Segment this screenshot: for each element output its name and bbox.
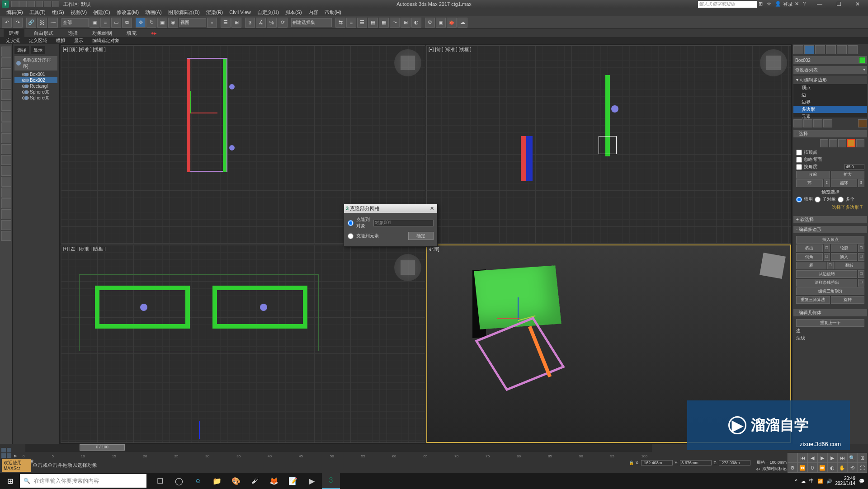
task-firefox[interactable]: 🦊 [265,473,283,489]
task-view-button[interactable]: ☐ [151,473,169,489]
se-tool-13[interactable] [1,177,11,187]
help-search-input[interactable]: 键入关键字或短语 [698,1,757,8]
task-3dsmax[interactable]: 3 [322,473,340,489]
hinge-settings[interactable]: □ [858,270,864,278]
spinner-snap-button[interactable]: ⟳ [278,18,288,28]
vp-label-top[interactable]: [+] [顶 ] [标准 ] [线框 ] [63,47,106,53]
user-icon[interactable]: 👤 [775,1,781,7]
menu-graph[interactable]: 图形编辑器(D) [165,8,203,17]
menu-animation[interactable]: 动画(A) [142,8,165,17]
se-tool-9[interactable] [1,133,11,143]
gizmo-y-axis[interactable] [190,91,191,113]
se-tool-12[interactable] [1,166,11,176]
subsel-edge[interactable] [829,139,837,147]
task-app4[interactable]: ▶ [303,473,321,489]
bridge-button[interactable]: 桥 [796,262,826,269]
se-tool-11[interactable] [1,155,11,165]
preview-multi-radio[interactable] [838,197,844,202]
viewcube-left[interactable] [394,254,421,281]
rollout-editpoly-header[interactable]: - 编辑多边形 [793,226,867,233]
schematic-button[interactable]: ⊞ [401,18,410,28]
task-app2[interactable]: 🖌 [246,473,264,489]
cmd-tab-display[interactable] [837,45,847,54]
material-editor-button[interactable]: ◐ [411,18,421,28]
qat-open-icon[interactable] [19,1,27,7]
flip-button[interactable]: 翻转 [835,262,865,269]
extrude-button[interactable]: 挤出 [796,244,823,252]
outline-button[interactable]: 轮廓 [831,244,858,252]
selection-filter[interactable]: 全部 [61,18,89,27]
shrink-button[interactable]: 收缩 [796,171,830,179]
gizmo-x-axis[interactable] [190,113,217,113]
track-bar[interactable]: ⊳ 05101520253035404550556065707580859095… [13,452,652,460]
by-vertex-checkbox[interactable] [796,150,802,155]
menu-content[interactable]: 内容 [306,8,321,17]
exchange-icon[interactable]: ✕ [795,1,801,7]
qat-new-icon[interactable] [11,1,19,7]
persp-gizmo-z[interactable] [518,297,519,320]
viewcube-persp[interactable] [760,253,786,279]
viewport-left[interactable]: [+] [左 ] [标准 ] [线框 ] [61,244,425,443]
star-icon[interactable]: ☆ [767,1,773,7]
bind-button[interactable]: 〰 [48,18,58,28]
ribbon-sub-sim[interactable]: 模拟 [53,37,68,44]
show-result-button[interactable] [803,119,812,127]
tray-notifications-icon[interactable]: 💬 [859,479,864,484]
percent-snap-button[interactable]: % [267,18,277,28]
rotate-button[interactable]: ↻ [146,18,156,28]
nav-pan[interactable]: ✋ [837,463,847,473]
coord-z-field[interactable]: -272.038m [719,460,750,465]
menu-views[interactable]: 视图(V) [68,8,90,17]
subsel-vertex[interactable] [820,139,828,147]
rollout-geom-header[interactable]: - 编辑几何体 [793,309,867,316]
bridge-settings[interactable]: □ [827,262,834,269]
configure-button[interactable] [858,119,867,127]
preview-subobj-radio[interactable] [815,197,821,202]
by-angle-spinner[interactable]: 45.0 [844,164,864,169]
select-button[interactable]: ▣ [90,18,99,28]
scene-item-box002[interactable]: ⊙⊙Box002 [14,77,57,83]
vp-label-front[interactable]: [+] [前 ] [标准 ] [线框 ] [429,47,472,53]
anim-frame-field[interactable]: 0 [807,463,817,473]
ribbon-sub-display[interactable]: 显示 [71,37,86,44]
qat-undo-icon[interactable] [36,1,43,7]
anim-timeconfig[interactable]: ⚙ [788,463,797,473]
tray-volume-icon[interactable]: 🔊 [826,479,832,484]
hinge-button[interactable]: 从边旋转 [796,270,857,278]
task-edge[interactable]: e [189,473,207,489]
coord-x-field[interactable]: -162.403m [641,460,673,465]
loop-button[interactable]: 循环 [831,179,858,187]
keyboard-button[interactable]: ⊞ [231,18,241,28]
remove-mod-button[interactable] [823,119,832,127]
cmd-tab-create[interactable] [793,45,803,54]
object-color-swatch[interactable] [859,57,865,63]
tray-date[interactable]: 2021/1/14 [835,481,856,486]
coord-y-field[interactable]: 3.676mm [680,460,712,465]
lock-icon[interactable]: 🔒 [629,461,634,465]
nav-maximize[interactable]: ⛶ [857,463,867,473]
minimize-button[interactable]: — [811,0,828,8]
ribbon-tab-objpaint[interactable]: 对象绘制 [87,29,118,38]
cmd-tab-hierarchy[interactable] [815,45,825,54]
scene-item-sphere1[interactable]: ⊙⊙Sphere00 [14,89,57,95]
se-tool-6[interactable] [1,101,11,111]
anim-next-frame[interactable]: ▶ [827,453,837,463]
extrude-settings[interactable]: □ [824,244,830,252]
mirror-button[interactable]: ⇆ [335,18,345,28]
task-app3[interactable]: 📝 [284,473,302,489]
ref-coord-dropdown[interactable]: 视图 [179,18,206,27]
menu-modifiers[interactable]: 修改器(M) [114,8,142,17]
rollout-selection-header[interactable]: - 选择 [793,130,867,137]
stack-polygon[interactable]: 多边形 [793,106,867,113]
modifier-stack[interactable]: ▾ 可编辑多边形 顶点 边 边界 多边形 元素 [793,76,867,118]
bevel-button[interactable]: 倒角 [796,253,823,261]
clone-object-name-input[interactable] [373,220,434,226]
outline-settings[interactable]: □ [858,244,864,252]
redo-button[interactable]: ↷ [13,18,23,28]
task-explorer[interactable]: 📁 [208,473,226,489]
nav-orbit[interactable]: ⟲ [847,463,857,473]
qat-save-icon[interactable] [28,1,35,7]
ignore-back-checkbox[interactable] [796,157,802,163]
time-tag-label[interactable]: 添加时间标记 [762,466,787,472]
menu-civil[interactable]: Civil View [226,9,253,16]
